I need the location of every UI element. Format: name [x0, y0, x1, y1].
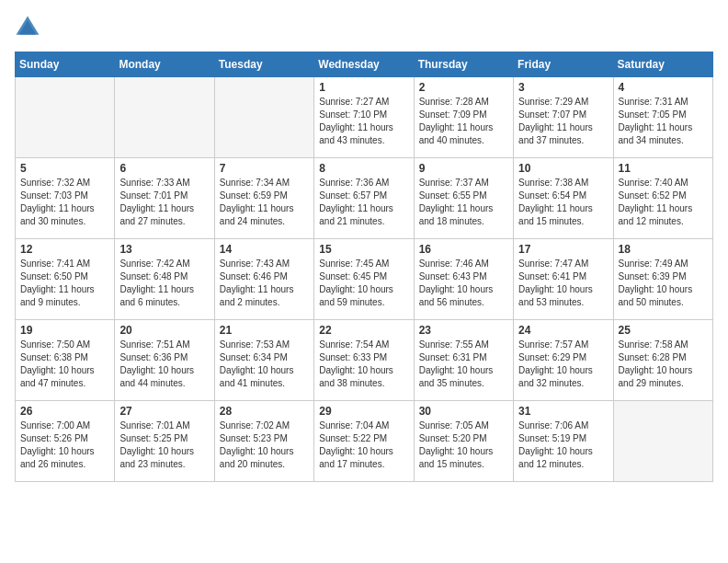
calendar-week-5: 26Sunrise: 7:00 AM Sunset: 5:26 PM Dayli…: [16, 401, 713, 482]
day-number: 15: [319, 243, 408, 256]
day-info: Sunrise: 7:51 AM Sunset: 6:36 PM Dayligh…: [119, 339, 209, 390]
column-header-saturday: Saturday: [613, 52, 712, 77]
calendar-day: 19Sunrise: 7:50 AM Sunset: 6:38 PM Dayli…: [16, 320, 115, 401]
day-number: 29: [319, 405, 408, 418]
logo: [15, 15, 44, 40]
column-header-friday: Friday: [514, 52, 613, 77]
day-number: 17: [518, 243, 608, 256]
calendar-week-3: 12Sunrise: 7:41 AM Sunset: 6:50 PM Dayli…: [16, 239, 713, 320]
calendar-day: 23Sunrise: 7:55 AM Sunset: 6:31 PM Dayli…: [414, 320, 513, 401]
page-header: [15, 15, 713, 40]
day-number: 28: [220, 405, 309, 418]
day-number: 31: [518, 405, 608, 418]
calendar-day: 26Sunrise: 7:00 AM Sunset: 5:26 PM Dayli…: [16, 401, 115, 482]
day-info: Sunrise: 7:57 AM Sunset: 6:29 PM Dayligh…: [518, 339, 608, 390]
column-header-wednesday: Wednesday: [314, 52, 414, 77]
day-info: Sunrise: 7:50 AM Sunset: 6:38 PM Dayligh…: [20, 339, 109, 390]
calendar-day: 14Sunrise: 7:43 AM Sunset: 6:46 PM Dayli…: [214, 239, 313, 320]
day-info: Sunrise: 7:37 AM Sunset: 6:55 PM Dayligh…: [419, 177, 508, 228]
day-number: 23: [419, 324, 508, 337]
day-number: 7: [220, 162, 309, 175]
day-info: Sunrise: 7:06 AM Sunset: 5:19 PM Dayligh…: [518, 419, 608, 471]
calendar-day: 17Sunrise: 7:47 AM Sunset: 6:41 PM Dayli…: [514, 239, 613, 320]
day-number: 24: [518, 324, 608, 337]
day-number: 1: [319, 81, 408, 94]
calendar-day: 1Sunrise: 7:27 AM Sunset: 7:10 PM Daylig…: [314, 77, 414, 158]
day-info: Sunrise: 7:47 AM Sunset: 6:41 PM Dayligh…: [518, 258, 608, 309]
calendar-day: [16, 77, 115, 158]
day-info: Sunrise: 7:38 AM Sunset: 6:54 PM Dayligh…: [518, 177, 608, 228]
day-number: 26: [20, 405, 109, 418]
day-number: 13: [119, 243, 209, 256]
day-info: Sunrise: 7:36 AM Sunset: 6:57 PM Dayligh…: [319, 177, 408, 228]
calendar-table: SundayMondayTuesdayWednesdayThursdayFrid…: [15, 52, 713, 482]
calendar-day: 10Sunrise: 7:38 AM Sunset: 6:54 PM Dayli…: [514, 158, 613, 239]
calendar-day: [613, 401, 712, 482]
day-number: 16: [419, 243, 508, 256]
day-info: Sunrise: 7:04 AM Sunset: 5:22 PM Dayligh…: [319, 419, 408, 471]
calendar-day: 11Sunrise: 7:40 AM Sunset: 6:52 PM Dayli…: [613, 158, 712, 239]
calendar-day: 31Sunrise: 7:06 AM Sunset: 5:19 PM Dayli…: [514, 401, 613, 482]
calendar-day: 6Sunrise: 7:33 AM Sunset: 7:01 PM Daylig…: [115, 158, 214, 239]
calendar-day: 27Sunrise: 7:01 AM Sunset: 5:25 PM Dayli…: [115, 401, 214, 482]
day-number: 22: [319, 324, 408, 337]
calendar-day: 20Sunrise: 7:51 AM Sunset: 6:36 PM Dayli…: [115, 320, 214, 401]
day-info: Sunrise: 7:41 AM Sunset: 6:50 PM Dayligh…: [20, 258, 109, 309]
calendar-day: 28Sunrise: 7:02 AM Sunset: 5:23 PM Dayli…: [214, 401, 313, 482]
day-info: Sunrise: 7:27 AM Sunset: 7:10 PM Dayligh…: [319, 96, 408, 147]
day-number: 14: [220, 243, 309, 256]
day-number: 11: [619, 162, 708, 175]
day-info: Sunrise: 7:58 AM Sunset: 6:28 PM Dayligh…: [619, 339, 708, 390]
day-info: Sunrise: 7:29 AM Sunset: 7:07 PM Dayligh…: [518, 96, 608, 147]
calendar-day: 3Sunrise: 7:29 AM Sunset: 7:07 PM Daylig…: [514, 77, 613, 158]
day-info: Sunrise: 7:55 AM Sunset: 6:31 PM Dayligh…: [419, 339, 508, 390]
column-header-monday: Monday: [115, 52, 214, 77]
day-info: Sunrise: 7:45 AM Sunset: 6:45 PM Dayligh…: [319, 258, 408, 309]
calendar-week-1: 1Sunrise: 7:27 AM Sunset: 7:10 PM Daylig…: [16, 77, 713, 158]
day-number: 9: [419, 162, 508, 175]
calendar-day: 25Sunrise: 7:58 AM Sunset: 6:28 PM Dayli…: [613, 320, 712, 401]
calendar-day: 22Sunrise: 7:54 AM Sunset: 6:33 PM Dayli…: [314, 320, 414, 401]
calendar-day: 4Sunrise: 7:31 AM Sunset: 7:05 PM Daylig…: [613, 77, 712, 158]
calendar-day: 29Sunrise: 7:04 AM Sunset: 5:22 PM Dayli…: [314, 401, 414, 482]
logo-icon: [15, 15, 40, 40]
calendar-day: 15Sunrise: 7:45 AM Sunset: 6:45 PM Dayli…: [314, 239, 414, 320]
calendar-day: [214, 77, 313, 158]
day-info: Sunrise: 7:05 AM Sunset: 5:20 PM Dayligh…: [419, 419, 508, 471]
day-info: Sunrise: 7:34 AM Sunset: 6:59 PM Dayligh…: [220, 177, 309, 228]
calendar-day: 24Sunrise: 7:57 AM Sunset: 6:29 PM Dayli…: [514, 320, 613, 401]
calendar-header-row: SundayMondayTuesdayWednesdayThursdayFrid…: [16, 52, 713, 77]
day-info: Sunrise: 7:31 AM Sunset: 7:05 PM Dayligh…: [619, 96, 708, 147]
calendar-day: 9Sunrise: 7:37 AM Sunset: 6:55 PM Daylig…: [414, 158, 513, 239]
calendar-day: 30Sunrise: 7:05 AM Sunset: 5:20 PM Dayli…: [414, 401, 513, 482]
day-number: 18: [619, 243, 708, 256]
day-number: 25: [619, 324, 708, 337]
day-number: 8: [319, 162, 408, 175]
calendar-day: 21Sunrise: 7:53 AM Sunset: 6:34 PM Dayli…: [214, 320, 313, 401]
day-info: Sunrise: 7:40 AM Sunset: 6:52 PM Dayligh…: [619, 177, 708, 228]
day-info: Sunrise: 7:01 AM Sunset: 5:25 PM Dayligh…: [119, 419, 209, 471]
day-number: 6: [119, 162, 209, 175]
column-header-thursday: Thursday: [414, 52, 513, 77]
column-header-tuesday: Tuesday: [214, 52, 313, 77]
day-number: 3: [518, 81, 608, 94]
day-info: Sunrise: 7:54 AM Sunset: 6:33 PM Dayligh…: [319, 339, 408, 390]
calendar-day: 12Sunrise: 7:41 AM Sunset: 6:50 PM Dayli…: [16, 239, 115, 320]
day-info: Sunrise: 7:42 AM Sunset: 6:48 PM Dayligh…: [119, 258, 209, 309]
day-number: 30: [419, 405, 508, 418]
calendar-day: 2Sunrise: 7:28 AM Sunset: 7:09 PM Daylig…: [414, 77, 513, 158]
column-header-sunday: Sunday: [16, 52, 115, 77]
calendar-day: 13Sunrise: 7:42 AM Sunset: 6:48 PM Dayli…: [115, 239, 214, 320]
calendar-day: [115, 77, 214, 158]
calendar-week-4: 19Sunrise: 7:50 AM Sunset: 6:38 PM Dayli…: [16, 320, 713, 401]
day-info: Sunrise: 7:02 AM Sunset: 5:23 PM Dayligh…: [220, 419, 309, 471]
day-info: Sunrise: 7:33 AM Sunset: 7:01 PM Dayligh…: [119, 177, 209, 228]
day-number: 5: [20, 162, 109, 175]
day-number: 4: [619, 81, 708, 94]
calendar-day: 7Sunrise: 7:34 AM Sunset: 6:59 PM Daylig…: [214, 158, 313, 239]
day-info: Sunrise: 7:00 AM Sunset: 5:26 PM Dayligh…: [20, 419, 109, 471]
day-info: Sunrise: 7:53 AM Sunset: 6:34 PM Dayligh…: [220, 339, 309, 390]
calendar-week-2: 5Sunrise: 7:32 AM Sunset: 7:03 PM Daylig…: [16, 158, 713, 239]
day-info: Sunrise: 7:43 AM Sunset: 6:46 PM Dayligh…: [220, 258, 309, 309]
day-number: 27: [119, 405, 209, 418]
